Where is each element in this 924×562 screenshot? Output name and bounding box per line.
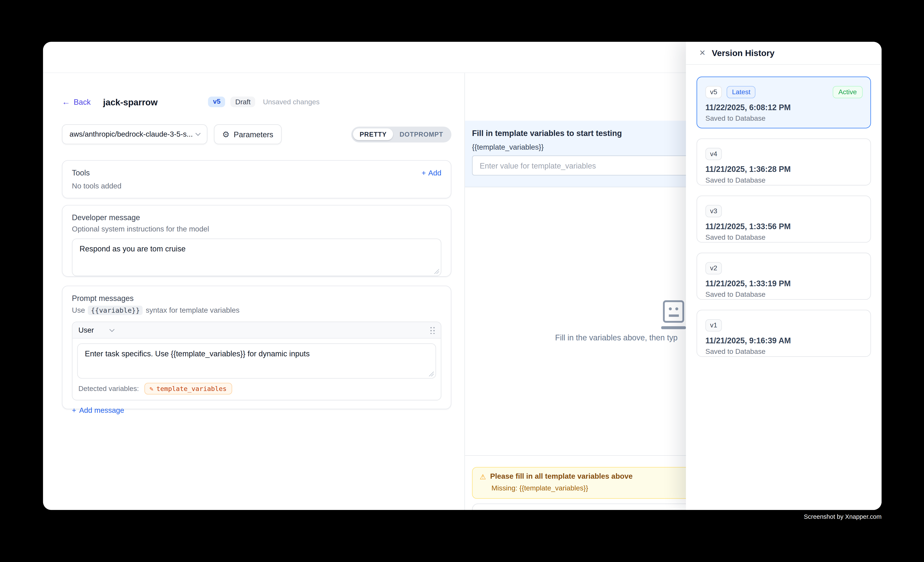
model-select-value: aws/anthropic/bedrock-claude-3-5-s...: [69, 130, 195, 138]
back-button[interactable]: ← Back: [62, 97, 91, 106]
developer-message-subtitle: Optional system instructions for the mod…: [72, 225, 441, 233]
role-select[interactable]: [109, 328, 115, 332]
version-history-header: × Version History: [686, 42, 882, 65]
gear-icon: ⚙: [222, 130, 230, 138]
parameters-button[interactable]: ⚙ Parameters: [214, 124, 282, 144]
subtitle-prefix: Use: [72, 306, 85, 314]
prompt-messages-subtitle: Use {{variable}} syntax for template var…: [72, 306, 441, 315]
version-history-panel: × Version History v5 Latest Active 11/22…: [686, 42, 882, 510]
version-status: Saved to Database: [705, 290, 862, 298]
detected-variables-label: Detected variables:: [78, 384, 139, 393]
version-badge: v5: [208, 97, 225, 107]
active-badge: Active: [832, 86, 862, 98]
version-entry[interactable]: v1 11/21/2025, 9:16:39 AM Saved to Datab…: [697, 310, 871, 357]
developer-message-title: Developer message: [72, 213, 441, 222]
latest-badge: Latest: [727, 86, 756, 98]
robot-icon: [663, 300, 684, 323]
back-label: Back: [74, 97, 91, 106]
template-variable-chip[interactable]: ✎ template_variables: [144, 383, 232, 395]
chevron-down-icon: [109, 328, 115, 332]
add-tool-label: Add: [428, 169, 441, 177]
tools-title: Tools: [72, 169, 90, 177]
version-entry[interactable]: v2 11/21/2025, 1:33:19 PM Saved to Datab…: [697, 253, 871, 300]
version-status: Saved to Database: [705, 114, 862, 123]
message-textarea[interactable]: Enter task specifics. Use {{template_var…: [77, 343, 436, 378]
warning-icon: ⚠: [480, 472, 486, 482]
warning-title: Please fill in all template variables ab…: [490, 472, 633, 481]
add-message-button[interactable]: + Add message: [72, 406, 124, 414]
page-title: jack-sparrow: [103, 97, 158, 107]
version-number-badge: v2: [705, 262, 722, 274]
close-icon[interactable]: ×: [699, 48, 705, 58]
pencil-icon: ✎: [150, 386, 153, 392]
plus-icon: +: [72, 406, 76, 414]
app-window: ← Back jack-sparrow v5 Draft Unsaved cha…: [43, 42, 882, 510]
version-status: Saved to Database: [705, 233, 862, 241]
version-timestamp: 11/21/2025, 1:36:28 PM: [705, 165, 862, 173]
version-timestamp: 11/21/2025, 1:33:19 PM: [705, 279, 862, 288]
prompt-editor-panel: ← Back jack-sparrow v5 Draft Unsaved cha…: [43, 73, 464, 510]
format-toggle-option-pretty[interactable]: PRETTY: [353, 128, 393, 140]
version-entry[interactable]: v5 Latest Active 11/22/2025, 6:08:12 PM …: [697, 76, 871, 129]
version-status: Saved to Database: [705, 176, 862, 184]
version-entry[interactable]: v4 11/21/2025, 1:36:28 PM Saved to Datab…: [697, 138, 871, 185]
chevron-down-icon: [195, 132, 201, 136]
version-status: Saved to Database: [705, 347, 862, 356]
prompt-messages-section: Prompt messages Use {{variable}} syntax …: [62, 285, 452, 409]
watermark: Screenshot by Xnapper.com: [804, 513, 882, 520]
format-toggle: PRETTY DOTPROMPT: [351, 126, 451, 142]
version-number-badge: v5: [705, 86, 722, 98]
version-entry[interactable]: v3 11/21/2025, 1:33:56 PM Saved to Datab…: [697, 196, 871, 242]
detected-variables-row: Detected variables: ✎ template_variables: [72, 378, 441, 400]
draft-badge: Draft: [231, 97, 255, 107]
version-timestamp: 11/21/2025, 1:33:56 PM: [705, 222, 862, 231]
format-toggle-option-dotprompt[interactable]: DOTPROMPT: [393, 128, 450, 140]
empty-state-text: Fill in the variables above, then typ: [555, 333, 678, 342]
version-timestamp: 11/22/2025, 6:08:12 PM: [705, 103, 862, 112]
version-history-title: Version History: [712, 48, 775, 58]
screenshot-stage: ← Back jack-sparrow v5 Draft Unsaved cha…: [0, 0, 924, 562]
unsaved-changes-label: Unsaved changes: [263, 98, 320, 106]
developer-message-textarea[interactable]: Respond as you are tom cruise: [72, 238, 441, 276]
developer-message-section: Developer message Optional system instru…: [62, 205, 452, 277]
variable-syntax-chip: {{variable}}: [88, 306, 143, 315]
version-number-badge: v3: [705, 205, 722, 217]
parameters-label: Parameters: [234, 130, 273, 139]
plus-icon: +: [422, 169, 426, 177]
add-tool-button[interactable]: + Add: [422, 169, 441, 177]
subtitle-suffix: syntax for template variables: [146, 306, 239, 314]
tools-empty-text: No tools added: [72, 182, 441, 190]
message-role-header: User: [72, 322, 441, 339]
role-select-value: User: [78, 326, 94, 334]
add-message-label: Add message: [79, 406, 124, 414]
message-block: User Enter task specifics. Use {{templat…: [72, 321, 441, 401]
version-number-badge: v4: [705, 148, 722, 160]
version-number-badge: v1: [705, 319, 722, 331]
model-toolbar: aws/anthropic/bedrock-claude-3-5-s... ⚙ …: [62, 124, 452, 144]
version-timestamp: 11/21/2025, 9:16:39 AM: [705, 336, 862, 345]
tools-section: Tools + Add No tools added: [62, 160, 452, 198]
drag-handle-icon[interactable]: [430, 326, 435, 334]
robot-icon-base: [661, 326, 686, 329]
version-history-list: v5 Latest Active 11/22/2025, 6:08:12 PM …: [686, 65, 882, 357]
model-select[interactable]: aws/anthropic/bedrock-claude-3-5-s...: [62, 124, 207, 144]
template-variable-name: template_variables: [156, 385, 227, 392]
page-header: ← Back jack-sparrow v5 Draft Unsaved cha…: [62, 94, 452, 109]
prompt-messages-title: Prompt messages: [72, 294, 441, 303]
back-arrow-icon: ←: [62, 98, 70, 106]
